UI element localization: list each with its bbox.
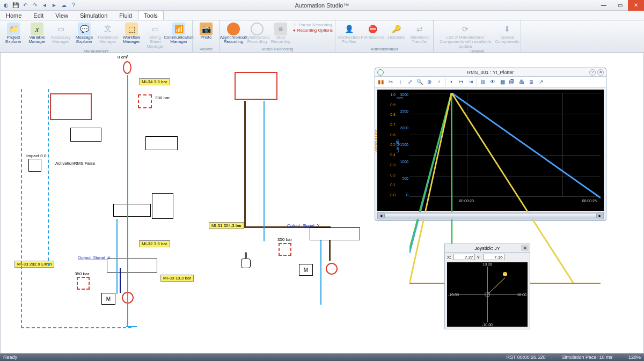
qat-back-icon[interactable]: ◄: [41, 2, 48, 9]
ribbon-group-label: Video Recording: [222, 47, 333, 52]
tool-icon[interactable]: •: [448, 78, 455, 86]
qat-help-icon[interactable]: ?: [70, 2, 77, 9]
cylinder-left[interactable]: [50, 93, 92, 120]
relief-valve-350a[interactable]: [77, 277, 90, 290]
tool-icon[interactable]: 🗐: [508, 78, 516, 86]
tab-edit[interactable]: Edit: [27, 11, 49, 20]
dir-valve-right[interactable]: [310, 227, 360, 240]
valve-cross1[interactable]: [113, 204, 151, 217]
tool-icon[interactable]: ✂: [387, 78, 394, 86]
status-zoom[interactable]: 128%: [628, 355, 641, 360]
joystick-panel[interactable]: Joystick: JY ✕ X: Y: 10.00 -10.00 -10.00…: [444, 244, 530, 329]
status-left: Ready: [3, 355, 17, 360]
jpad-right: 10.00: [517, 293, 526, 297]
joystick-knob[interactable]: [503, 272, 507, 276]
impact-box[interactable]: [28, 159, 41, 172]
label-mi32: MI-32 3.3 bar: [139, 240, 170, 247]
tool-icon[interactable]: ⊞: [479, 78, 487, 86]
scroll-right-icon[interactable]: ►: [597, 212, 603, 219]
recording-options-button[interactable]: ●Recording Options: [293, 28, 333, 33]
ribbon-group-management: 📁Project Explorer 𝑥Variable Manager ▭Acc…: [0, 20, 193, 52]
tab-tools[interactable]: Tools: [138, 11, 164, 20]
qat-save-icon[interactable]: 💾: [12, 2, 19, 9]
pump-right[interactable]: [326, 263, 338, 275]
motor-left[interactable]: M: [101, 293, 115, 305]
window-controls: — ▭ ✕: [596, 0, 644, 11]
stop-recording-button: ■Stop Recording: [269, 21, 292, 47]
plotter-power-icon[interactable]: [377, 69, 384, 76]
tool-icon[interactable]: 🖶: [518, 78, 525, 86]
main-dir-valve[interactable]: [107, 259, 157, 272]
jy-value[interactable]: [483, 254, 504, 260]
jpad-bottom: -10.00: [482, 323, 493, 327]
record-icon: ●: [293, 28, 296, 33]
tool-icon[interactable]: ↕: [397, 78, 404, 86]
cylinder-right[interactable]: [235, 72, 277, 100]
tool-icon[interactable]: ↦: [457, 78, 465, 86]
label-mi31: MI-31 354.3 bar: [209, 222, 244, 229]
tool-icon[interactable]: ↗: [537, 78, 545, 86]
qat-undo-icon[interactable]: ↶: [21, 2, 29, 9]
tool-icon[interactable]: ⊕: [426, 78, 433, 86]
tab-home[interactable]: Home: [0, 11, 27, 20]
plotter-help-icon[interactable]: ?: [589, 69, 596, 76]
qat-fwd-icon[interactable]: ►: [50, 2, 58, 9]
accessory-manager-button: ▭Accessory Manager: [49, 21, 72, 49]
plotter-titlebar[interactable]: RMS_001 : Yt_Plotter ? ✕: [375, 68, 606, 77]
tool-icon[interactable]: ♂: [435, 78, 443, 86]
photo-button[interactable]: 📷Photo: [195, 21, 217, 47]
communication-manager-button[interactable]: 📶Communication Manager: [167, 21, 190, 49]
accumulator[interactable]: [123, 61, 131, 74]
tool-icon[interactable]: 🗎: [528, 78, 535, 86]
status-rst: RST 00:00:26.520: [507, 355, 546, 360]
relief-valve-300[interactable]: [138, 94, 152, 108]
ribbon-group-viewer: 📷Photo Viewer: [193, 20, 220, 52]
qat-redo-icon[interactable]: ↷: [31, 2, 39, 9]
list-components-button: ⟳List of Manufacturer Components with av…: [436, 21, 495, 49]
label-350a: 350 bar: [75, 271, 89, 276]
jx-value[interactable]: [453, 254, 475, 260]
joystick-titlebar[interactable]: Joystick: JY ✕: [445, 244, 530, 253]
tool-icon[interactable]: ⤢: [406, 78, 414, 86]
project-explorer-button[interactable]: 📁Project Explorer: [2, 21, 25, 49]
plot-area[interactable]: Without Unit Length 1.00.90.80.70.60.50.…: [377, 90, 604, 211]
tab-fluid[interactable]: Fluid: [113, 11, 138, 20]
licenses-button: 🔑Licenses: [385, 21, 407, 47]
variable-manager-button[interactable]: 𝑥Variable Manager: [26, 21, 48, 49]
y2-ticks: 300025002000150010005000: [397, 93, 408, 197]
tab-view[interactable]: View: [49, 11, 74, 20]
valve-cross2[interactable]: [152, 193, 173, 219]
motor-right[interactable]: M: [299, 264, 313, 276]
plotter-panel[interactable]: RMS_001 : Yt_Plotter ? ✕ ▮▮ ✂ ↕ ⤢ 🔍 ⊕ ♂ …: [375, 68, 606, 221]
direction-valve-left[interactable]: [70, 128, 101, 142]
tool-icon[interactable]: ⇥: [467, 78, 474, 86]
joystick-title-text: Joystick: JY: [474, 246, 500, 251]
joystick-pad[interactable]: 10.00 -10.00 -10.00 10.00: [447, 262, 528, 327]
maximize-button[interactable]: ▭: [612, 0, 628, 11]
link-output-left[interactable]: Output_Signal_X: [78, 255, 111, 260]
async-recording-button[interactable]: Asynchronous Recording: [222, 21, 245, 47]
tab-simulation[interactable]: Simulation: [74, 11, 113, 20]
scroll-thumb[interactable]: [384, 213, 597, 218]
tool-icon[interactable]: 👁: [489, 78, 496, 86]
tool-icon[interactable]: 🔍: [416, 78, 423, 86]
plotter-close-icon[interactable]: ✕: [597, 69, 604, 76]
menubar: Home Edit View Simulation Fluid Tools: [0, 11, 644, 20]
message-explorer-button[interactable]: 💬Message Explorer: [73, 21, 96, 49]
close-button[interactable]: ✕: [628, 0, 644, 11]
update-components-button: ⬇Update Components: [496, 21, 518, 49]
ribbon-group-label: Administration: [338, 47, 431, 52]
ribbon: 📁Project Explorer 𝑥Variable Manager ▭Acc…: [0, 20, 644, 53]
pause-icon[interactable]: ▮▮: [377, 78, 385, 86]
plot-scrollbar[interactable]: ◄ ►: [377, 212, 604, 219]
joystick-close-icon[interactable]: ✕: [521, 245, 529, 251]
minimize-button[interactable]: —: [596, 0, 612, 11]
workflow-manager-button[interactable]: ⬚Workflow Manager: [120, 21, 143, 49]
qat-cloud-icon[interactable]: ☁: [60, 2, 68, 9]
sync-recording-button: Synchronous Recording: [246, 21, 268, 47]
tool-icon[interactable]: ▦: [499, 78, 506, 86]
scroll-left-icon[interactable]: ◄: [378, 212, 384, 219]
relief-valve-350b[interactable]: [279, 243, 291, 256]
valve-mid1[interactable]: [145, 136, 178, 150]
joystick-symbol[interactable]: [241, 259, 251, 268]
